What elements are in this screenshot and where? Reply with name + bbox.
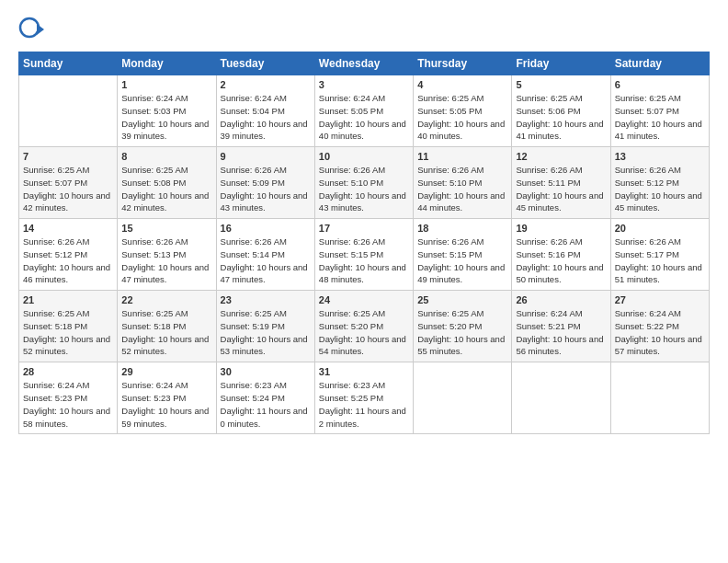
day-number: 29 xyxy=(121,366,211,377)
day-info: Sunrise: 6:24 AM Sunset: 5:23 PM Dayligh… xyxy=(121,379,211,430)
calendar-cell: 25Sunrise: 6:25 AM Sunset: 5:20 PM Dayli… xyxy=(414,291,512,362)
day-number: 2 xyxy=(221,79,311,90)
calendar-cell xyxy=(19,75,118,147)
day-number: 10 xyxy=(319,151,409,162)
calendar-cell xyxy=(414,362,512,434)
calendar-cell: 21Sunrise: 6:25 AM Sunset: 5:18 PM Dayli… xyxy=(19,291,118,362)
calendar-cell: 30Sunrise: 6:23 AM Sunset: 5:24 PM Dayli… xyxy=(216,362,314,434)
day-info: Sunrise: 6:23 AM Sunset: 5:25 PM Dayligh… xyxy=(319,379,409,430)
calendar-cell: 14Sunrise: 6:26 AM Sunset: 5:12 PM Dayli… xyxy=(19,219,118,291)
day-info: Sunrise: 6:25 AM Sunset: 5:19 PM Dayligh… xyxy=(221,307,311,358)
day-number: 12 xyxy=(516,151,606,162)
logo-icon xyxy=(18,17,44,42)
day-number: 3 xyxy=(319,79,409,90)
day-number: 11 xyxy=(417,151,507,162)
calendar-cell: 9Sunrise: 6:26 AM Sunset: 5:09 PM Daylig… xyxy=(216,147,314,219)
svg-marker-1 xyxy=(37,24,44,35)
day-number: 28 xyxy=(23,366,113,377)
calendar-cell: 12Sunrise: 6:26 AM Sunset: 5:11 PM Dayli… xyxy=(512,147,610,219)
calendar-cell: 31Sunrise: 6:23 AM Sunset: 5:25 PM Dayli… xyxy=(314,362,413,434)
calendar-table: SundayMondayTuesdayWednesdayThursdayFrid… xyxy=(18,52,710,434)
calendar-week-row: 1Sunrise: 6:24 AM Sunset: 5:03 PM Daylig… xyxy=(19,75,710,147)
day-info: Sunrise: 6:26 AM Sunset: 5:13 PM Dayligh… xyxy=(121,236,211,286)
day-info: Sunrise: 6:24 AM Sunset: 5:05 PM Dayligh… xyxy=(319,92,409,143)
logo xyxy=(18,17,50,42)
day-info: Sunrise: 6:25 AM Sunset: 5:08 PM Dayligh… xyxy=(121,164,211,214)
day-number: 17 xyxy=(319,223,409,234)
day-number: 6 xyxy=(615,79,705,90)
day-number: 14 xyxy=(23,223,113,234)
day-info: Sunrise: 6:25 AM Sunset: 5:18 PM Dayligh… xyxy=(23,307,113,358)
day-info: Sunrise: 6:26 AM Sunset: 5:15 PM Dayligh… xyxy=(417,236,507,286)
calendar-cell: 7Sunrise: 6:25 AM Sunset: 5:07 PM Daylig… xyxy=(19,147,118,219)
calendar-cell: 11Sunrise: 6:26 AM Sunset: 5:10 PM Dayli… xyxy=(414,147,512,219)
header xyxy=(18,17,710,42)
day-info: Sunrise: 6:23 AM Sunset: 5:24 PM Dayligh… xyxy=(221,379,311,430)
calendar-cell: 4Sunrise: 6:25 AM Sunset: 5:05 PM Daylig… xyxy=(414,75,512,147)
day-number: 4 xyxy=(417,79,507,90)
page: SundayMondayTuesdayWednesdayThursdayFrid… xyxy=(0,0,728,563)
calendar-cell: 1Sunrise: 6:24 AM Sunset: 5:03 PM Daylig… xyxy=(118,75,216,147)
day-info: Sunrise: 6:24 AM Sunset: 5:23 PM Dayligh… xyxy=(23,379,113,430)
calendar-cell: 3Sunrise: 6:24 AM Sunset: 5:05 PM Daylig… xyxy=(314,75,413,147)
calendar-cell: 18Sunrise: 6:26 AM Sunset: 5:15 PM Dayli… xyxy=(414,219,512,291)
day-number: 24 xyxy=(319,294,409,305)
day-info: Sunrise: 6:24 AM Sunset: 5:03 PM Dayligh… xyxy=(121,92,211,143)
day-info: Sunrise: 6:25 AM Sunset: 5:06 PM Dayligh… xyxy=(516,92,606,143)
calendar-cell: 27Sunrise: 6:24 AM Sunset: 5:22 PM Dayli… xyxy=(610,291,709,362)
day-info: Sunrise: 6:26 AM Sunset: 5:14 PM Dayligh… xyxy=(221,236,311,286)
day-number: 27 xyxy=(615,294,705,305)
calendar-cell: 15Sunrise: 6:26 AM Sunset: 5:13 PM Dayli… xyxy=(118,219,216,291)
day-number: 16 xyxy=(221,223,311,234)
calendar-cell: 29Sunrise: 6:24 AM Sunset: 5:23 PM Dayli… xyxy=(118,362,216,434)
day-number: 1 xyxy=(121,79,211,90)
day-info: Sunrise: 6:26 AM Sunset: 5:11 PM Dayligh… xyxy=(516,164,606,214)
calendar-cell: 10Sunrise: 6:26 AM Sunset: 5:10 PM Dayli… xyxy=(314,147,413,219)
calendar-cell: 5Sunrise: 6:25 AM Sunset: 5:06 PM Daylig… xyxy=(512,75,610,147)
day-info: Sunrise: 6:24 AM Sunset: 5:22 PM Dayligh… xyxy=(615,307,705,358)
day-info: Sunrise: 6:26 AM Sunset: 5:12 PM Dayligh… xyxy=(615,164,705,214)
day-info: Sunrise: 6:26 AM Sunset: 5:10 PM Dayligh… xyxy=(417,164,507,214)
day-info: Sunrise: 6:26 AM Sunset: 5:16 PM Dayligh… xyxy=(516,236,606,286)
weekday-header: Monday xyxy=(118,52,216,75)
calendar-cell: 28Sunrise: 6:24 AM Sunset: 5:23 PM Dayli… xyxy=(19,362,118,434)
calendar-cell: 23Sunrise: 6:25 AM Sunset: 5:19 PM Dayli… xyxy=(216,291,314,362)
calendar-cell: 2Sunrise: 6:24 AM Sunset: 5:04 PM Daylig… xyxy=(216,75,314,147)
day-number: 8 xyxy=(121,151,211,162)
day-info: Sunrise: 6:25 AM Sunset: 5:20 PM Dayligh… xyxy=(417,307,507,358)
day-number: 13 xyxy=(615,151,705,162)
day-info: Sunrise: 6:25 AM Sunset: 5:20 PM Dayligh… xyxy=(319,307,409,358)
calendar-cell: 26Sunrise: 6:24 AM Sunset: 5:21 PM Dayli… xyxy=(512,291,610,362)
calendar-week-row: 21Sunrise: 6:25 AM Sunset: 5:18 PM Dayli… xyxy=(19,291,710,362)
calendar-cell: 6Sunrise: 6:25 AM Sunset: 5:07 PM Daylig… xyxy=(610,75,709,147)
day-number: 7 xyxy=(23,151,113,162)
calendar-cell xyxy=(610,362,709,434)
day-number: 19 xyxy=(516,223,606,234)
day-info: Sunrise: 6:25 AM Sunset: 5:18 PM Dayligh… xyxy=(121,307,211,358)
day-info: Sunrise: 6:24 AM Sunset: 5:04 PM Dayligh… xyxy=(221,92,311,143)
calendar-cell xyxy=(512,362,610,434)
calendar-cell: 19Sunrise: 6:26 AM Sunset: 5:16 PM Dayli… xyxy=(512,219,610,291)
calendar-cell: 22Sunrise: 6:25 AM Sunset: 5:18 PM Dayli… xyxy=(118,291,216,362)
day-info: Sunrise: 6:25 AM Sunset: 5:05 PM Dayligh… xyxy=(417,92,507,143)
calendar-cell: 8Sunrise: 6:25 AM Sunset: 5:08 PM Daylig… xyxy=(118,147,216,219)
day-info: Sunrise: 6:26 AM Sunset: 5:17 PM Dayligh… xyxy=(615,236,705,286)
day-number: 31 xyxy=(319,366,409,377)
calendar-cell: 24Sunrise: 6:25 AM Sunset: 5:20 PM Dayli… xyxy=(314,291,413,362)
calendar-cell: 16Sunrise: 6:26 AM Sunset: 5:14 PM Dayli… xyxy=(216,219,314,291)
day-info: Sunrise: 6:25 AM Sunset: 5:07 PM Dayligh… xyxy=(615,92,705,143)
calendar-cell: 13Sunrise: 6:26 AM Sunset: 5:12 PM Dayli… xyxy=(610,147,709,219)
calendar-week-row: 28Sunrise: 6:24 AM Sunset: 5:23 PM Dayli… xyxy=(19,362,710,434)
weekday-header: Friday xyxy=(512,52,610,75)
day-number: 30 xyxy=(221,366,311,377)
day-number: 18 xyxy=(417,223,507,234)
weekday-header: Saturday xyxy=(610,52,709,75)
day-info: Sunrise: 6:26 AM Sunset: 5:12 PM Dayligh… xyxy=(23,236,113,286)
day-info: Sunrise: 6:26 AM Sunset: 5:10 PM Dayligh… xyxy=(319,164,409,214)
day-info: Sunrise: 6:26 AM Sunset: 5:09 PM Dayligh… xyxy=(221,164,311,214)
calendar-cell: 20Sunrise: 6:26 AM Sunset: 5:17 PM Dayli… xyxy=(610,219,709,291)
day-number: 26 xyxy=(516,294,606,305)
weekday-header: Thursday xyxy=(414,52,512,75)
day-number: 25 xyxy=(417,294,507,305)
calendar-cell: 17Sunrise: 6:26 AM Sunset: 5:15 PM Dayli… xyxy=(314,219,413,291)
